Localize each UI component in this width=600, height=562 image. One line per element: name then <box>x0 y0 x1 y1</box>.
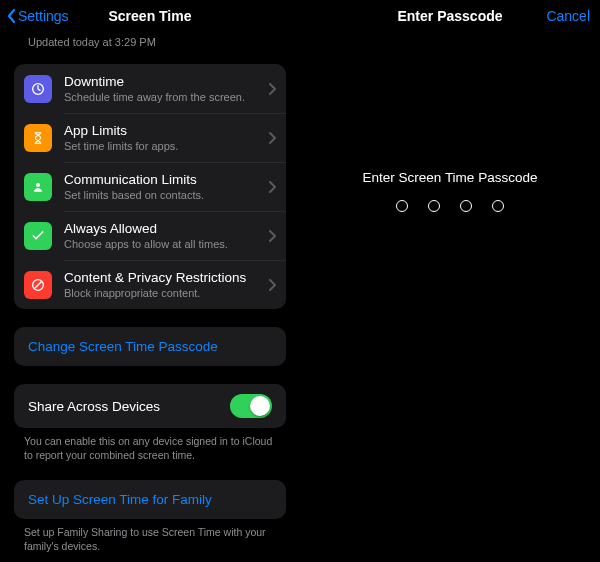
nav-bar: Settings Screen Time <box>0 0 300 32</box>
chevron-left-icon <box>6 8 16 24</box>
family-footer-note: Set up Family Sharing to use Screen Time… <box>24 525 276 553</box>
change-passcode-group: Change Screen Time Passcode <box>14 327 286 366</box>
block-icon <box>24 271 52 299</box>
row-subtitle: Block inappropriate content. <box>64 286 262 300</box>
updated-timestamp: Updated today at 3:29 PM <box>0 32 300 54</box>
share-toggle[interactable] <box>230 394 272 418</box>
row-title: Content & Privacy Restrictions <box>64 269 262 286</box>
svg-point-1 <box>36 183 40 187</box>
row-downtime[interactable]: Downtime Schedule time away from the scr… <box>14 64 286 113</box>
row-subtitle: Set limits based on contacts. <box>64 188 262 202</box>
row-content-privacy[interactable]: Content & Privacy Restrictions Block ina… <box>14 260 286 309</box>
row-communication-limits[interactable]: Communication Limits Set limits based on… <box>14 162 286 211</box>
downtime-icon <box>24 75 52 103</box>
row-always-allowed[interactable]: Always Allowed Choose apps to allow at a… <box>14 211 286 260</box>
share-across-devices-row[interactable]: Share Across Devices <box>14 384 286 428</box>
back-label: Settings <box>18 8 69 24</box>
checkmark-icon <box>24 222 52 250</box>
switch-knob <box>250 396 270 416</box>
row-app-limits[interactable]: App Limits Set time limits for apps. <box>14 113 286 162</box>
limits-group: Downtime Schedule time away from the scr… <box>14 64 286 309</box>
row-title: Always Allowed <box>64 220 262 237</box>
screen-time-settings-pane: Settings Screen Time Updated today at 3:… <box>0 0 300 562</box>
row-text: Always Allowed Choose apps to allow at a… <box>64 220 262 251</box>
passcode-dot <box>428 200 440 212</box>
enter-passcode-pane: Enter Passcode Cancel Enter Screen Time … <box>300 0 600 562</box>
setup-family-button[interactable]: Set Up Screen Time for Family <box>14 480 286 519</box>
contacts-icon <box>24 173 52 201</box>
row-text: Downtime Schedule time away from the scr… <box>64 73 262 104</box>
svg-line-3 <box>34 281 42 289</box>
row-title: Downtime <box>64 73 262 90</box>
share-footer-note: You can enable this on any device signed… <box>24 434 276 462</box>
chevron-right-icon <box>268 230 276 242</box>
chevron-right-icon <box>268 279 276 291</box>
row-text: Communication Limits Set limits based on… <box>64 171 262 202</box>
row-subtitle: Set time limits for apps. <box>64 139 262 153</box>
chevron-right-icon <box>268 181 276 193</box>
share-label: Share Across Devices <box>28 399 160 414</box>
row-title: Communication Limits <box>64 171 262 188</box>
chevron-right-icon <box>268 83 276 95</box>
share-group: Share Across Devices <box>14 384 286 428</box>
row-subtitle: Choose apps to allow at all times. <box>64 237 262 251</box>
row-text: App Limits Set time limits for apps. <box>64 122 262 153</box>
passcode-prompt: Enter Screen Time Passcode <box>300 170 600 185</box>
row-subtitle: Schedule time away from the screen. <box>64 90 262 104</box>
change-passcode-button[interactable]: Change Screen Time Passcode <box>14 327 286 366</box>
back-button[interactable]: Settings <box>6 0 69 32</box>
passcode-dot <box>460 200 472 212</box>
chevron-right-icon <box>268 132 276 144</box>
cancel-button[interactable]: Cancel <box>546 0 590 32</box>
passcode-dots <box>300 200 600 212</box>
page-title: Enter Passcode <box>397 8 502 24</box>
passcode-dot <box>492 200 504 212</box>
row-text: Content & Privacy Restrictions Block ina… <box>64 269 262 300</box>
row-title: App Limits <box>64 122 262 139</box>
family-group: Set Up Screen Time for Family <box>14 480 286 519</box>
passcode-dot <box>396 200 408 212</box>
hourglass-icon <box>24 124 52 152</box>
page-title: Screen Time <box>108 8 191 24</box>
nav-bar: Enter Passcode Cancel <box>300 0 600 32</box>
